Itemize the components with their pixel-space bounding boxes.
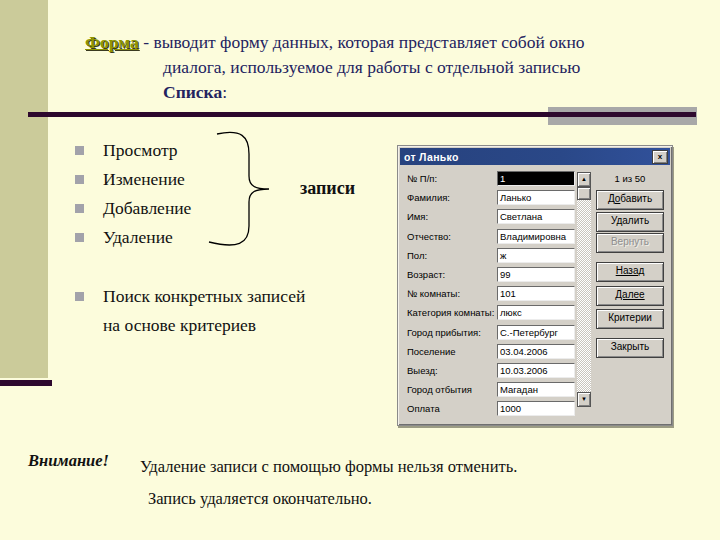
field-row: Возраст:99	[407, 267, 575, 282]
field-row: Оплата1000	[407, 401, 575, 416]
title-line-1: Форма - выводит форму данных, которая пр…	[85, 30, 665, 55]
field-row: Фамилия:Ланько	[407, 190, 575, 205]
scrollbar-track[interactable]	[577, 200, 591, 392]
field-row: № П/п:1	[407, 171, 575, 186]
slide-title: Форма - выводит форму данных, которая пр…	[85, 30, 665, 105]
criteria-button[interactable]: Критерии	[596, 309, 664, 329]
field-input-vyezd[interactable]: 10.03.2006	[497, 363, 575, 378]
list-item-continuation: на основе критериев	[75, 315, 375, 336]
fields-column: № П/п:1 Фамилия:Ланько Имя:Светлана Отче…	[407, 171, 575, 417]
field-input-vozrast[interactable]: 99	[497, 267, 575, 282]
dialog-titlebar: от Ланько x	[400, 148, 670, 165]
field-input-familiya[interactable]: Ланько	[497, 190, 575, 205]
scrollbar-thumb[interactable]	[577, 187, 591, 200]
field-row: Имя:Светлана	[407, 209, 575, 224]
title-after-term: - выводит форму данных, которая представ…	[139, 32, 585, 52]
bullet-square-icon	[75, 292, 84, 301]
field-row: Пол:ж	[407, 248, 575, 263]
field-input-komnata[interactable]: 101	[497, 286, 575, 301]
field-row: Категория комнаты:люкс	[407, 305, 575, 320]
field-row: Поселение03.04.2006	[407, 344, 575, 359]
back-button[interactable]: Назад	[596, 262, 664, 282]
warning-label: Внимание!	[28, 451, 140, 515]
bullet-square-icon	[75, 204, 84, 213]
field-input-pol[interactable]: ж	[497, 248, 575, 263]
record-counter: 1 из 50	[596, 173, 664, 184]
close-icon[interactable]: x	[652, 150, 668, 164]
field-row: Город прибытия:С.-Петербург	[407, 325, 575, 340]
field-input-gorod-pribytiya[interactable]: С.-Петербург	[497, 325, 575, 340]
field-input-oplata[interactable]: 1000	[497, 401, 575, 416]
title-term: Форма	[85, 32, 139, 52]
restore-button: Вернуть	[596, 233, 664, 253]
data-form-dialog: от Ланько x № П/п:1 Фамилия:Ланько Имя:С…	[397, 145, 673, 426]
list-item: Поиск конкретных записей	[75, 286, 375, 307]
title-line-3: Списка:	[163, 80, 665, 105]
field-input-npp[interactable]: 1	[497, 171, 575, 186]
buttons-column: 1 из 50 Добавить Удалить Вернуть Назад Д…	[596, 171, 664, 417]
slide-left-bar-underline	[0, 380, 52, 386]
field-input-kategoriya[interactable]: люкс	[497, 305, 575, 320]
dialog-body: № П/п:1 Фамилия:Ланько Имя:Светлана Отче…	[400, 165, 670, 421]
scroll-up-icon[interactable]: ▲	[577, 172, 591, 187]
field-row: № комнаты:101	[407, 286, 575, 301]
delete-button[interactable]: Удалить	[596, 212, 664, 232]
bullet-square-icon	[75, 233, 84, 242]
warning-text: Удаление записи с помощью формы нельзя о…	[140, 451, 517, 515]
brace-label: записи	[300, 178, 355, 199]
warning-line-2: Запись удаляется окончательно.	[140, 483, 517, 515]
next-button[interactable]: Далее	[596, 286, 664, 306]
field-row: Отчество:Владимировна	[407, 229, 575, 244]
title-line-2: диалога, используемое для работы с отдел…	[163, 55, 665, 80]
title-divider-line	[28, 112, 696, 117]
close-button[interactable]: Закрыть	[596, 338, 664, 358]
warning-note: Внимание! Удаление записи с помощью форм…	[28, 451, 517, 515]
field-row: Город отбытияМагадан	[407, 382, 575, 397]
field-input-otchestvo[interactable]: Владимировна	[497, 229, 575, 244]
field-row: Выезд:10.03.2006	[407, 363, 575, 378]
field-input-poselenie[interactable]: 03.04.2006	[497, 344, 575, 359]
title-spiska: Списка	[163, 82, 222, 102]
field-input-gorod-otbytiya[interactable]: Магадан	[497, 382, 575, 397]
warning-line-1: Удаление записи с помощью формы нельзя о…	[140, 451, 517, 483]
slide-left-bar	[0, 0, 48, 378]
add-button[interactable]: Добавить	[596, 190, 664, 210]
bullet-square-icon	[75, 175, 84, 184]
dialog-title: от Ланько	[404, 151, 652, 163]
scroll-down-icon[interactable]: ▼	[577, 392, 591, 407]
field-input-imya[interactable]: Светлана	[497, 209, 575, 224]
curly-brace	[203, 128, 303, 253]
scrollbar[interactable]: ▲ ▼	[577, 172, 591, 407]
bullet-square-icon	[75, 146, 84, 155]
